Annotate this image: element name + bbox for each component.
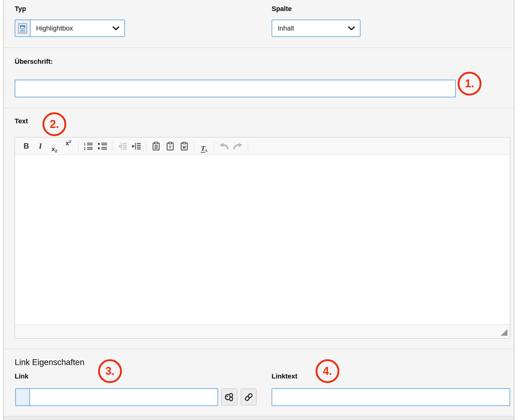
chevron-down-icon [112,26,124,31]
link-icon [244,392,254,402]
paste-from-word-button[interactable]: W [177,140,191,153]
linktext-label: Linktext [272,372,297,380]
annotation-circle-4: 4. [316,359,339,383]
undo-button[interactable] [217,140,231,153]
editor-footer [15,324,510,338]
section-link-properties: Link Eigenschaften Link Linktext [4,349,514,416]
section-type-column: Typ Highlightbox [4,0,514,48]
column-select[interactable]: Inhalt [272,20,360,37]
link-field-group [15,388,218,406]
section-heading: Überschrift: [4,48,514,108]
column-label: Spalte [272,5,292,13]
resize-handle-icon[interactable] [501,329,507,336]
numbered-list-button[interactable]: 1 2 [81,140,95,153]
toolbar-separator [146,141,146,151]
link-input[interactable] [30,389,218,405]
toolbar-separator [248,141,248,151]
outdent-icon [117,142,127,150]
paste-plain-text-icon: T [166,142,175,151]
type-select[interactable]: Highlightbox [15,20,125,37]
column-select-value: Inhalt [272,24,294,32]
italic-button[interactable]: I [33,140,47,153]
heading-label: Überschrift: [15,58,53,66]
type-select-value: Highlightbox [31,24,73,32]
bottom-strip [4,416,514,420]
heading-input[interactable] [15,80,456,97]
svg-text:2: 2 [84,147,86,150]
paste-from-word-icon: W [180,142,189,151]
editor-content[interactable] [15,155,510,324]
linktext-input[interactable] [272,388,510,406]
bulleted-list-icon [97,142,107,150]
section-text: Text B I x2 x2 [4,108,514,349]
redo-button[interactable] [231,140,245,153]
link-section-title: Link Eigenschaften [15,358,84,367]
svg-text:W: W [182,145,186,150]
outdent-button[interactable] [115,140,129,153]
annotation-circle-1: 1. [458,72,481,96]
toolbar-separator [194,141,194,151]
redo-icon [233,142,243,150]
link-prefix-box [16,389,30,405]
annotation-circle-3: 3. [98,359,122,383]
type-label: Typ [15,5,26,13]
content-element-form: Typ Highlightbox [0,0,523,420]
link-wizard-button[interactable] [221,389,237,405]
toolbar-separator [214,141,214,151]
paste-plain-text-button[interactable]: T [163,140,177,153]
svg-text:T: T [169,145,171,150]
numbered-list-icon: 1 2 [83,142,93,150]
remove-format-button[interactable]: Tx [197,140,211,153]
paste-icon [152,142,161,151]
content-element-image-icon [15,20,31,36]
chevron-down-icon [348,26,360,31]
indent-button[interactable] [129,140,143,153]
rich-text-editor: B I x2 x2 1 [15,137,510,339]
link-wizard-icon [225,392,234,402]
subscript-button[interactable]: x2 [47,140,61,153]
form-container: Typ Highlightbox [3,0,514,420]
toolbar-separator [78,141,79,151]
paste-button[interactable] [149,140,163,153]
bulleted-list-button[interactable] [95,140,109,153]
superscript-button[interactable]: x2 [61,140,75,153]
indent-icon [131,142,141,150]
undo-icon [219,142,229,150]
toolbar-separator [112,141,112,151]
text-label: Text [15,117,28,125]
annotation-circle-2: 2. [42,112,66,136]
editor-toolbar: B I x2 x2 1 [15,137,510,155]
link-label: Link [15,372,28,380]
link-button[interactable] [241,389,257,405]
bold-button[interactable]: B [19,140,33,153]
svg-text:1: 1 [84,142,86,146]
